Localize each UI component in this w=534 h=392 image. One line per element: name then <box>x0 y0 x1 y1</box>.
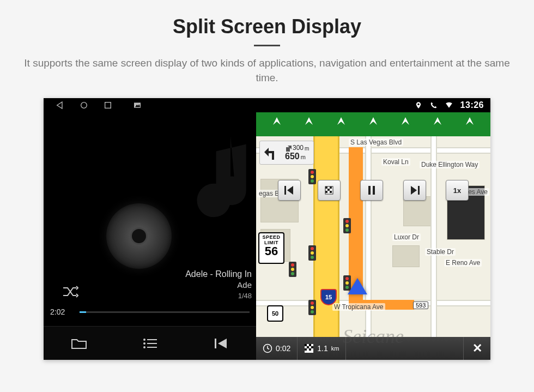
home-icon[interactable] <box>80 101 88 110</box>
svg-rect-28 <box>305 348 307 351</box>
clock: 13:26 <box>460 100 484 110</box>
svg-rect-19 <box>368 186 371 195</box>
nav-distance: 1.1 <box>317 344 327 353</box>
lane-arrow-icon <box>271 115 283 134</box>
elapsed-time: 2:02 <box>50 307 74 316</box>
android-nav-bar <box>44 98 256 112</box>
svg-rect-7 <box>147 343 157 344</box>
page-title: Split Screen Display <box>0 0 534 38</box>
finish-flag-icon <box>304 343 314 353</box>
us-route-shield: 50 <box>267 305 283 322</box>
svg-rect-26 <box>307 346 309 348</box>
folder-button[interactable] <box>69 334 89 353</box>
svg-rect-18 <box>330 191 332 193</box>
image-icon[interactable] <box>133 101 142 110</box>
route-next-button[interactable] <box>403 180 426 201</box>
up-right-icon <box>285 145 292 152</box>
music-panel: Adele - Rolling In Ade 1/48 2:02 <box>44 98 256 360</box>
svg-rect-9 <box>147 347 157 348</box>
shuffle-button[interactable] <box>62 286 78 298</box>
exit-number: 593 <box>413 301 428 309</box>
phone-icon <box>430 101 438 109</box>
route-pause-button[interactable] <box>360 180 383 201</box>
map-canvas[interactable]: S Las Vegas Blvd W Tropicana Ave Koval L… <box>256 136 490 337</box>
track-index: 1/48 <box>185 292 252 300</box>
music-bottom-bar <box>44 326 256 360</box>
nav-distance-unit: km <box>331 345 339 352</box>
current-turn-distance-unit: m <box>301 154 306 160</box>
street-label: S Las Vegas Blvd <box>349 138 403 146</box>
nav-clock-segment[interactable]: 0:02 <box>256 337 298 360</box>
speed-limit-sign: SPEED LIMIT 56 <box>258 232 284 264</box>
svg-rect-5 <box>147 339 157 340</box>
device-frame: Adele - Rolling In Ade 1/48 2:02 <box>44 98 490 360</box>
progress-bar[interactable] <box>80 311 250 313</box>
interstate-shield: 15 <box>320 289 337 305</box>
route-playback-controls: 1x <box>278 180 469 201</box>
lane-arrow-icon <box>303 115 315 134</box>
wifi-icon <box>445 101 453 109</box>
svg-rect-24 <box>305 344 307 346</box>
svg-rect-17 <box>325 191 327 193</box>
turn-left-icon <box>263 143 282 162</box>
vehicle-arrow-icon <box>348 278 367 294</box>
title-underline <box>254 45 280 46</box>
nav-bottom-bar: 0:02 1.1 km ✕ <box>256 337 490 360</box>
lane-arrow-icon <box>432 115 444 134</box>
nav-eta: 0:02 <box>276 344 290 353</box>
route-speed-button[interactable]: 1x <box>446 180 469 201</box>
page-subtitle: It supports the same screen display of t… <box>0 56 534 85</box>
svg-rect-21 <box>418 186 420 195</box>
street-label: Luxor Dr <box>392 233 421 241</box>
svg-rect-10 <box>215 339 216 348</box>
clock-icon <box>263 343 272 353</box>
nav-distance-segment[interactable]: 1.1 km <box>298 337 346 360</box>
speed-limit-value: 56 <box>259 245 283 257</box>
current-turn-distance: 650 <box>285 152 300 161</box>
svg-point-0 <box>81 102 87 108</box>
playlist-button[interactable] <box>140 334 160 353</box>
traffic-light-icon <box>308 300 316 315</box>
progress-row: 2:02 <box>50 307 250 316</box>
street-label: Duke Ellington Way <box>420 161 480 168</box>
svg-point-4 <box>143 339 145 341</box>
music-body: Adele - Rolling In Ade 1/48 2:02 <box>44 112 256 360</box>
progress-fill <box>80 311 86 313</box>
svg-point-8 <box>143 346 145 348</box>
traffic-light-icon <box>289 262 296 277</box>
speed-limit-label: SPEED LIMIT <box>259 234 283 245</box>
status-bar: 13:26 <box>256 98 490 112</box>
svg-rect-25 <box>309 344 311 346</box>
music-note-icon <box>153 118 272 238</box>
track-title: Adele - Rolling In <box>185 269 252 279</box>
svg-rect-29 <box>309 348 311 351</box>
route-flag-button[interactable] <box>318 180 341 201</box>
traffic-light-icon <box>343 218 351 233</box>
nav-close-button[interactable]: ✕ <box>463 337 490 360</box>
track-info: Adele - Rolling In Ade 1/48 <box>185 269 252 300</box>
lane-arrow-icon <box>335 115 347 134</box>
svg-rect-27 <box>311 346 313 348</box>
svg-rect-20 <box>373 186 375 195</box>
svg-rect-16 <box>327 189 330 191</box>
street-label: Koval Ln <box>381 158 410 166</box>
building-block <box>392 245 420 267</box>
back-icon[interactable] <box>56 101 64 110</box>
svg-point-6 <box>143 342 145 345</box>
svg-rect-12 <box>284 186 286 195</box>
traffic-light-icon <box>308 245 316 261</box>
album-disc[interactable] <box>106 203 172 269</box>
svg-rect-1 <box>105 102 111 108</box>
lane-arrow-icon <box>399 115 411 134</box>
upcoming-distance-unit: m <box>305 146 309 152</box>
upcoming-distance: 300 <box>293 144 304 152</box>
route-prev-button[interactable] <box>278 180 301 201</box>
svg-rect-15 <box>330 186 332 189</box>
previous-track-button[interactable] <box>211 334 230 353</box>
location-icon <box>415 101 422 109</box>
street-label: W Tropicana Ave <box>332 303 385 311</box>
track-artist: Ade <box>185 280 252 290</box>
street-label: Stable Dr <box>425 248 456 256</box>
recent-apps-icon[interactable] <box>104 101 112 110</box>
lane-arrow-icon <box>367 115 379 134</box>
